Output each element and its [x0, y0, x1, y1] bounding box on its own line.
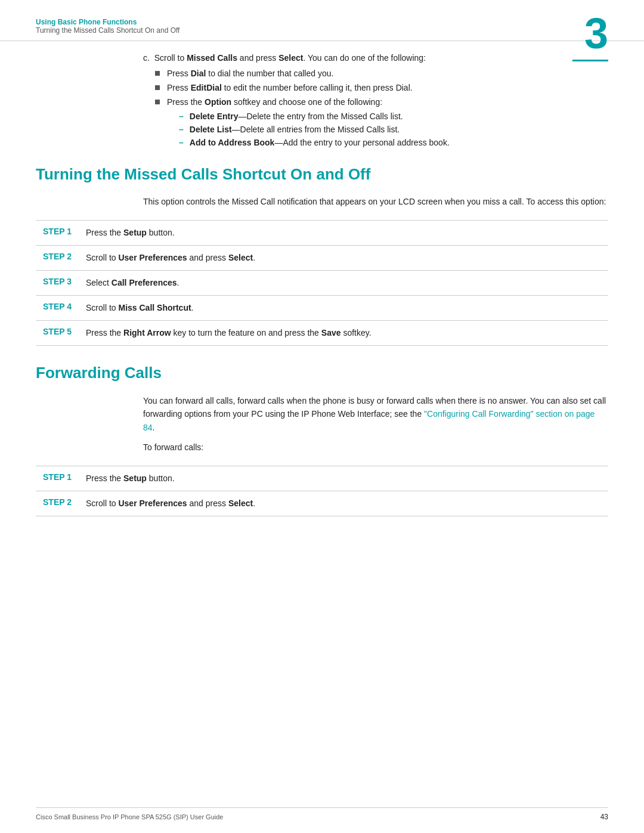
step-label: STEP 2: [36, 491, 79, 516]
footer-left: Cisco Small Business Pro IP Phone SPA 52…: [36, 813, 223, 820]
step-content: Press the Right Arrow key to turn the fe…: [79, 321, 608, 346]
page: Using Basic Phone Functions Turning the …: [0, 0, 644, 833]
dash-icon: –: [179, 138, 184, 147]
section2-steps-table: STEP 1 Press the Setup button. STEP 2 Sc…: [36, 466, 608, 516]
bullet-icon: [155, 71, 160, 76]
step-label: STEP 1: [36, 221, 79, 246]
missed-calls-bold: Missed Calls: [187, 53, 237, 63]
step-label: STEP 2: [36, 246, 79, 271]
content: c. Scroll to Missed Calls and press Sele…: [0, 41, 644, 540]
sub-list-item: – Add to Address Book—Add the entry to y…: [179, 138, 608, 147]
bullet-icon: [155, 85, 160, 90]
table-row: STEP 3 Select Call Preferences.: [36, 271, 608, 296]
dash-icon: –: [179, 112, 184, 121]
step-content: Press the Setup button.: [79, 466, 608, 491]
table-row: STEP 1 Press the Setup button.: [36, 466, 608, 491]
step-label: STEP 4: [36, 296, 79, 321]
list-item: Press the Option softkey and choose one …: [155, 97, 608, 107]
select-bold: Select: [278, 53, 303, 63]
table-row: STEP 4 Scroll to Miss Call Shortcut.: [36, 296, 608, 321]
breadcrumb-sub: Turning the Missed Calls Shortcut On and…: [36, 26, 608, 35]
step-label: STEP 5: [36, 321, 79, 346]
section1-heading: Turning the Missed Calls Shortcut On and…: [36, 165, 608, 184]
intro-text: This option controls the Missed Call not…: [143, 197, 606, 206]
section1-intro: This option controls the Missed Call not…: [143, 196, 608, 208]
dash-icon: –: [179, 125, 184, 134]
sub-bullet-text: Delete List—Delete all entries from the …: [190, 125, 400, 134]
bullet-text: Press EditDial to edit the number before…: [167, 83, 413, 92]
page-header: Using Basic Phone Functions Turning the …: [0, 0, 644, 41]
step-content: Scroll to User Preferences and press Sel…: [79, 491, 608, 516]
section2-intro: You can forward all calls, forward calls…: [143, 394, 608, 454]
step-label: STEP 1: [36, 466, 79, 491]
sub-list-item: – Delete List—Delete all entries from th…: [179, 125, 608, 134]
chapter-line: [572, 60, 608, 61]
step-content: Select Call Preferences.: [79, 271, 608, 296]
sub-bullet-text: Add to Address Book—Add the entry to you…: [190, 138, 450, 147]
table-row: STEP 2 Scroll to User Preferences and pr…: [36, 491, 608, 516]
footer-right: 43: [600, 813, 608, 821]
breadcrumb-chapter: Using Basic Phone Functions: [36, 18, 608, 26]
sub-bullet-text: Delete Entry—Delete the entry from the M…: [190, 112, 403, 121]
list-item: Press EditDial to edit the number before…: [155, 83, 608, 92]
forwarding-link[interactable]: "Configuring Call Forwarding" section on…: [143, 409, 595, 432]
bullet-list: Press Dial to dial the number that calle…: [143, 69, 608, 107]
sub-list-item: – Delete Entry—Delete the entry from the…: [179, 112, 608, 121]
bullet-text: Press the Option softkey and choose one …: [167, 97, 382, 107]
bullet-icon: [155, 100, 160, 104]
step-content: Press the Setup button.: [79, 221, 608, 246]
table-row: STEP 1 Press the Setup button.: [36, 221, 608, 246]
step-content: Scroll to User Preferences and press Sel…: [79, 246, 608, 271]
page-footer: Cisco Small Business Pro IP Phone SPA 52…: [36, 807, 608, 821]
table-row: STEP 5 Press the Right Arrow key to turn…: [36, 321, 608, 346]
chapter-number: 3: [584, 12, 608, 55]
sub-bullet-list: – Delete Entry—Delete the entry from the…: [179, 112, 608, 147]
bullet-text: Press Dial to dial the number that calle…: [167, 69, 333, 78]
table-row: STEP 2 Scroll to User Preferences and pr…: [36, 246, 608, 271]
section1-steps-table: STEP 1 Press the Setup button. STEP 2 Sc…: [36, 220, 608, 346]
step-content: Scroll to Miss Call Shortcut.: [79, 296, 608, 321]
forward-calls-label: To forward calls:: [143, 441, 608, 454]
step-c-block: c. Scroll to Missed Calls and press Sele…: [143, 53, 608, 147]
forwarding-para: You can forward all calls, forward calls…: [143, 394, 608, 434]
step-label: STEP 3: [36, 271, 79, 296]
section2-heading: Forwarding Calls: [36, 364, 608, 382]
step-c-label: c. Scroll to Missed Calls and press Sele…: [143, 53, 608, 63]
list-item: Press Dial to dial the number that calle…: [155, 69, 608, 78]
